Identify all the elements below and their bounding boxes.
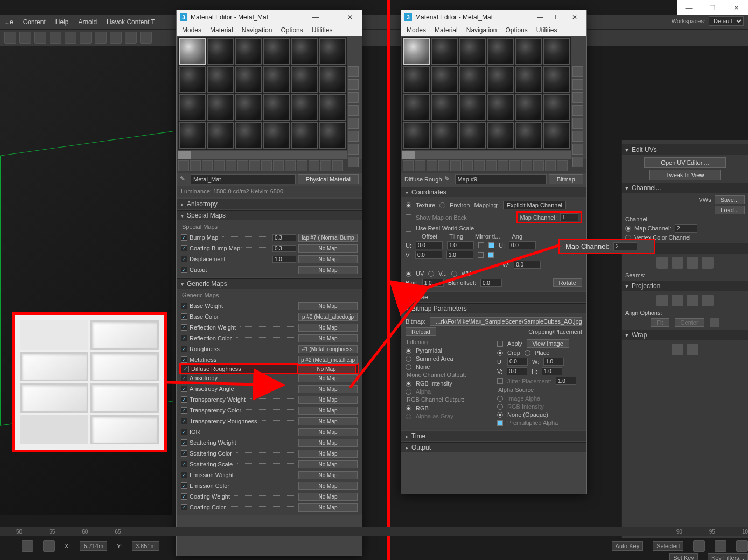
sample-slot[interactable] [543, 66, 570, 93]
sample-slot[interactable] [515, 94, 542, 121]
menu-item[interactable]: Navigation [463, 26, 500, 34]
sample-slot[interactable] [403, 94, 430, 121]
sample-slot[interactable] [207, 66, 234, 93]
sample-slot[interactable] [515, 122, 542, 149]
u-angle[interactable] [509, 241, 536, 249]
map-slot-button[interactable]: No Map [298, 385, 358, 393]
mat-tool-icon[interactable] [415, 160, 425, 171]
menu-item[interactable]: Modes [403, 26, 429, 34]
side-icon[interactable] [348, 92, 359, 103]
mat-tool-icon[interactable] [462, 160, 473, 171]
menu-item[interactable]: Content [23, 18, 46, 26]
crop-v[interactable] [507, 367, 527, 375]
rgb-out-rgb-radio[interactable] [406, 405, 411, 411]
sample-slot[interactable] [459, 122, 486, 149]
map-slot-button[interactable]: No Map [298, 417, 358, 425]
toolbar-icon[interactable] [19, 32, 31, 44]
mat-tool-icon[interactable] [533, 160, 544, 171]
rollout-projection[interactable]: ▾ Projection [622, 281, 748, 291]
sample-slot[interactable] [207, 38, 234, 65]
side-icon[interactable] [348, 131, 359, 142]
toolbar-icon[interactable] [34, 32, 46, 44]
mat-tool-icon[interactable] [320, 160, 331, 171]
proj-extra-icon[interactable] [710, 318, 719, 327]
sample-slot[interactable] [291, 38, 318, 65]
map-enable-check[interactable]: ✓ [181, 396, 187, 403]
rollout-bitmap-params[interactable]: Bitmap Parameters [401, 303, 586, 313]
map-slot-button[interactable]: No Map [298, 266, 358, 274]
mat-tool-icon[interactable] [237, 160, 248, 171]
map-channel-spinner-panel[interactable] [675, 224, 697, 233]
mat-tool-icon[interactable] [427, 160, 437, 171]
mat-tool-icon[interactable] [557, 160, 568, 171]
sample-slot[interactable] [459, 94, 486, 121]
toolbar-icon[interactable] [65, 32, 76, 44]
map-slot-button[interactable]: No Map [298, 439, 358, 447]
win-min-button[interactable]: — [307, 10, 324, 24]
sample-slot[interactable] [543, 122, 570, 149]
menu-item[interactable]: Modes [179, 26, 205, 34]
map-slot-button[interactable]: No Map [298, 471, 358, 479]
map-slot-button[interactable]: No Map [298, 460, 358, 468]
menu-item[interactable]: Navigation [239, 26, 276, 34]
sample-slot[interactable] [543, 94, 570, 121]
sample-slot[interactable] [207, 94, 234, 121]
sample-slot[interactable] [263, 66, 290, 93]
eyedropper-icon[interactable]: ✎ [444, 175, 453, 184]
menu-item[interactable]: ...e [4, 18, 13, 26]
menu-item[interactable]: Material [431, 26, 461, 34]
sample-slots[interactable] [402, 37, 571, 150]
map-enable-check[interactable]: ✓ [181, 482, 187, 489]
map-enable-check[interactable]: ✓ [181, 356, 187, 363]
mat-tool-icon[interactable] [498, 160, 508, 171]
rollout-channel[interactable]: ▾ Channel... [622, 183, 748, 193]
map-amount-spinner[interactable]: 0.3 [272, 245, 296, 252]
filter-pyramidal-radio[interactable] [406, 348, 411, 354]
wrap-icon[interactable] [672, 344, 683, 355]
reload-button[interactable]: Reload [406, 327, 436, 336]
map-enable-check[interactable]: ✓ [181, 335, 187, 341]
jitter-check[interactable] [497, 378, 503, 384]
sample-slot[interactable] [459, 38, 486, 65]
map-slot-button[interactable]: lap #7 ( Normal Bump [298, 234, 358, 242]
toolbar-icon[interactable] [4, 32, 16, 44]
rollout-edit-uvs[interactable]: ▾ Edit UVs [622, 144, 748, 155]
map-enable-check[interactable]: ✓ [181, 418, 187, 424]
material-name-field[interactable] [191, 174, 296, 184]
map-enable-check[interactable]: ✓ [181, 375, 187, 381]
blur-offset-spinner[interactable] [480, 279, 502, 287]
rollout-special-maps[interactable]: Special Maps [177, 210, 362, 220]
rollout-anisotropy[interactable]: Anisotropy [177, 199, 362, 209]
sample-slot[interactable] [319, 94, 346, 121]
u-offset[interactable] [416, 241, 443, 249]
toolbar-icon[interactable] [80, 32, 92, 44]
sample-slot[interactable] [179, 66, 206, 93]
mat-tool-icon[interactable] [190, 160, 201, 171]
map-enable-check[interactable]: ✓ [181, 324, 187, 331]
sample-slot[interactable] [543, 38, 570, 65]
mat-tool-icon[interactable] [332, 160, 343, 171]
side-icon[interactable] [572, 79, 583, 90]
win-close-button[interactable]: ✕ [341, 10, 359, 24]
peel-icon[interactable] [687, 257, 698, 269]
key-target-dropdown[interactable]: Selected [653, 541, 683, 551]
os-close-button[interactable]: ✕ [724, 0, 748, 15]
map-slot-button[interactable]: p #0 (Metal_albedo.jp [298, 313, 358, 321]
map-channel-radio[interactable] [625, 226, 631, 232]
sample-slot[interactable] [235, 94, 262, 121]
sample-slot[interactable] [487, 122, 514, 149]
key-filters-button[interactable]: Key Filters... [708, 553, 748, 560]
map-slot-button[interactable]: No Map [298, 428, 358, 436]
os-min-button[interactable]: — [677, 0, 701, 15]
map-enable-check[interactable]: ✓ [181, 245, 187, 251]
sample-slot[interactable] [179, 94, 206, 121]
mat-tool-icon[interactable] [226, 160, 236, 171]
map-enable-check[interactable]: ✓ [181, 493, 187, 500]
blur-spinner[interactable] [422, 279, 444, 287]
map-slot-button[interactable]: No Map [298, 324, 358, 332]
eyedropper-icon[interactable]: ✎ [180, 175, 188, 184]
map-enable-check[interactable]: ✓ [181, 256, 187, 262]
toolbar-icon[interactable] [125, 32, 137, 44]
mono-rgbint-radio[interactable] [406, 381, 411, 387]
sample-slot[interactable] [319, 66, 346, 93]
